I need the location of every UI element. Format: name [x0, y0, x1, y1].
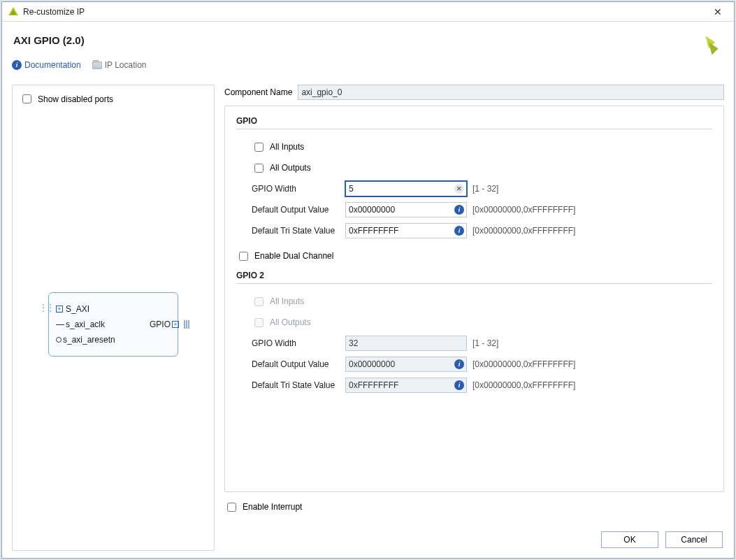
- gpio2-all-outputs-label: All Outputs: [270, 317, 311, 327]
- port-s-axi: S_AXI: [66, 304, 89, 314]
- ip-title: AXI GPIO (2.0): [13, 34, 85, 46]
- gpio-all-outputs-input[interactable]: [254, 164, 264, 173]
- gpio-default-output-range: [0x00000000,0xFFFFFFFF]: [472, 205, 575, 215]
- show-disabled-ports-input[interactable]: [22, 94, 31, 103]
- gpio-all-outputs-label: All Outputs: [270, 163, 311, 173]
- gpio2-all-inputs-checkbox: All Inputs: [252, 295, 304, 308]
- gpio2-default-tri-input: [345, 378, 467, 393]
- gpio-heading: GPIO: [236, 116, 712, 129]
- gpio-default-tri-range: [0x00000000,0xFFFFFFFF]: [472, 226, 575, 236]
- expand-icon[interactable]: +: [56, 306, 63, 313]
- app-icon: [8, 6, 19, 17]
- reset-stub-icon: [56, 337, 62, 343]
- gpio-all-outputs-checkbox[interactable]: All Outputs: [252, 161, 311, 175]
- gpio-all-inputs-checkbox[interactable]: All Inputs: [252, 141, 304, 154]
- component-name-label: Component Name: [224, 87, 292, 97]
- clear-icon[interactable]: ✕: [454, 184, 464, 194]
- clk-stub-icon: [56, 324, 64, 325]
- vivado-logo-icon: [696, 33, 721, 58]
- gpio2-default-output-label: Default Output Value: [252, 359, 340, 369]
- gpio-width-label: GPIO Width: [252, 184, 340, 194]
- gpio2-width-label: GPIO Width: [252, 338, 340, 348]
- enable-interrupt-checkbox[interactable]: Enable Interrupt: [224, 501, 302, 514]
- gpio2-default-output-input: [345, 357, 467, 372]
- gpio2-all-outputs-input: [254, 318, 264, 327]
- gpio2-default-tri-range: [0x00000000,0xFFFFFFFF]: [472, 380, 575, 390]
- expand-icon-gpio[interactable]: +: [172, 321, 179, 328]
- ip-location-link[interactable]: IP Location: [92, 60, 147, 70]
- gpio2-heading: GPIO 2: [236, 271, 712, 284]
- dialog-footer: OK Cancel: [224, 524, 724, 551]
- toolbar: i Documentation IP Location: [12, 59, 724, 78]
- info-icon: i: [12, 60, 22, 70]
- port-aclk: s_axi_aclk: [66, 320, 105, 329]
- gpio-default-tri-input[interactable]: [345, 223, 467, 238]
- gpio2-all-inputs-input: [254, 297, 264, 306]
- gpio2-all-inputs-label: All Inputs: [270, 296, 304, 306]
- cancel-button[interactable]: Cancel: [665, 531, 723, 548]
- component-name-input[interactable]: [298, 85, 724, 100]
- gpio-all-inputs-input[interactable]: [254, 143, 264, 152]
- config-group: GPIO All Inputs All Outputs: [224, 106, 724, 492]
- titlebar: Re-customize IP ✕: [2, 2, 734, 22]
- documentation-link[interactable]: i Documentation: [12, 60, 81, 70]
- gpio-default-output-input[interactable]: [345, 202, 467, 217]
- enable-dual-channel-label: Enable Dual Channel: [254, 251, 333, 261]
- info-icon: i: [454, 359, 464, 369]
- window-title: Re-customize IP: [23, 7, 707, 17]
- show-disabled-ports-label: Show disabled ports: [38, 94, 113, 104]
- info-icon: i: [454, 380, 464, 390]
- config-pane: Component Name GPIO All Inputs: [224, 85, 724, 551]
- enable-dual-channel-checkbox[interactable]: Enable Dual Channel: [236, 250, 333, 263]
- ip-symbol: ⋮⋮ + S_AXI s_axi_aclk s_axi_aresetn: [48, 292, 178, 357]
- port-aresetn: s_axi_aresetn: [63, 335, 115, 345]
- gpio2-default-output-range: [0x00000000,0xFFFFFFFF]: [472, 359, 575, 369]
- gpio-width-range: [1 - 32]: [472, 184, 498, 194]
- gpio2-all-outputs-checkbox: All Outputs: [252, 316, 311, 329]
- documentation-label: Documentation: [24, 60, 81, 70]
- bus-bars-icon: [183, 320, 190, 329]
- gpio-default-output-label: Default Output Value: [252, 205, 340, 215]
- port-gpio: GPIO: [150, 320, 171, 329]
- gpio-all-inputs-label: All Inputs: [270, 142, 304, 152]
- gpio-default-tri-label: Default Tri State Value: [252, 226, 340, 236]
- gpio-width-input[interactable]: [345, 181, 467, 196]
- show-disabled-ports-checkbox[interactable]: Show disabled ports: [20, 92, 207, 106]
- ok-button[interactable]: OK: [601, 531, 658, 548]
- close-icon[interactable]: ✕: [707, 6, 728, 17]
- svg-marker-3: [709, 43, 719, 55]
- enable-interrupt-input[interactable]: [227, 503, 236, 512]
- ip-symbol-canvas: ⋮⋮ + S_AXI s_axi_aclk s_axi_aresetn: [20, 106, 207, 543]
- bus-dots-icon: ⋮⋮: [39, 303, 53, 313]
- enable-dual-channel-input[interactable]: [239, 252, 248, 261]
- folder-icon: [92, 62, 102, 69]
- info-icon[interactable]: i: [454, 226, 464, 236]
- gpio2-width-range: [1 - 32]: [472, 338, 498, 348]
- dialog-window: Re-customize IP ✕ AXI GPIO (2.0) i Docum…: [1, 1, 735, 559]
- info-icon[interactable]: i: [454, 205, 464, 215]
- preview-pane: Show disabled ports ⋮⋮ + S_AXI s_axi_acl…: [12, 85, 215, 551]
- gpio2-default-tri-label: Default Tri State Value: [252, 380, 340, 390]
- ip-location-label: IP Location: [105, 60, 147, 70]
- gpio2-width-input: [345, 336, 467, 351]
- enable-interrupt-label: Enable Interrupt: [243, 502, 302, 512]
